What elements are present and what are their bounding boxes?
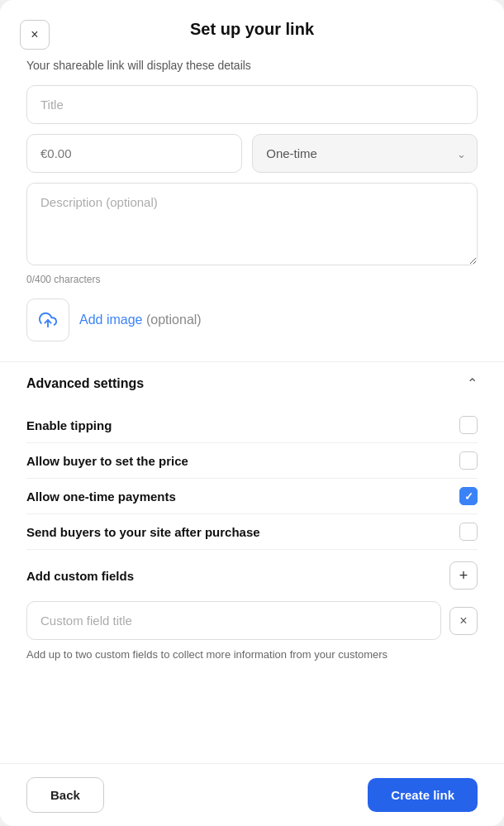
char-count: 0/400 characters [26,274,478,285]
add-custom-fields-row: Add custom fields + [26,550,478,601]
title-input[interactable] [26,85,478,124]
add-image-button[interactable]: Add image (optional) [26,298,478,341]
description-wrapper [26,183,478,269]
setting-allow-one-time: Allow one-time payments [26,479,478,514]
setting-allow-buyer-price: Allow buyer to set the price [26,443,478,479]
add-custom-fields-label: Add custom fields [26,569,134,583]
frequency-select[interactable]: One-time Monthly Yearly [252,134,478,173]
send-buyers-label: Send buyers to your site after purchase [26,525,260,539]
frequency-wrapper: One-time Monthly Yearly ⌄ [252,134,478,173]
advanced-settings-toggle[interactable]: Advanced settings ⌃ [26,375,478,391]
modal-footer: Back Create link [0,763,504,826]
chevron-up-icon: ⌃ [467,375,478,391]
allow-buyer-price-label: Allow buyer to set the price [26,454,188,468]
allow-one-time-label: Allow one-time payments [26,489,176,504]
add-custom-field-button[interactable]: + [449,561,478,590]
create-link-button[interactable]: Create link [368,778,478,812]
allow-one-time-checkbox[interactable] [459,487,478,505]
allow-buyer-price-checkbox[interactable] [459,451,478,470]
enable-tipping-checkbox[interactable] [459,416,478,434]
price-frequency-row: One-time Monthly Yearly ⌄ [26,134,478,173]
description-input[interactable] [26,183,478,265]
modal-header: × Set up your link [0,0,504,52]
modal-title: Set up your link [190,20,314,39]
upload-icon-box [26,298,69,341]
enable-tipping-label: Enable tipping [26,418,112,432]
remove-custom-field-button[interactable]: × [449,607,478,635]
setting-send-buyers: Send buyers to your site after purchase [26,514,478,550]
price-input[interactable] [26,134,242,173]
custom-field-wrapper: × [26,601,478,640]
custom-fields-hint: Add up to two custom fields to collect m… [26,648,478,661]
upload-icon [39,311,57,329]
send-buyers-checkbox[interactable] [459,523,478,541]
custom-field-input[interactable] [26,601,441,640]
close-button[interactable]: × [20,20,50,50]
back-button[interactable]: Back [26,777,104,813]
setting-enable-tipping: Enable tipping [26,408,478,443]
modal-body: Your shareable link will display these d… [0,52,504,763]
section-divider [0,361,504,362]
form-subtitle: Your shareable link will display these d… [26,59,478,72]
setup-link-modal: × Set up your link Your shareable link w… [0,0,504,826]
advanced-settings-label: Advanced settings [26,376,144,391]
add-image-text: Add image (optional) [79,313,202,327]
